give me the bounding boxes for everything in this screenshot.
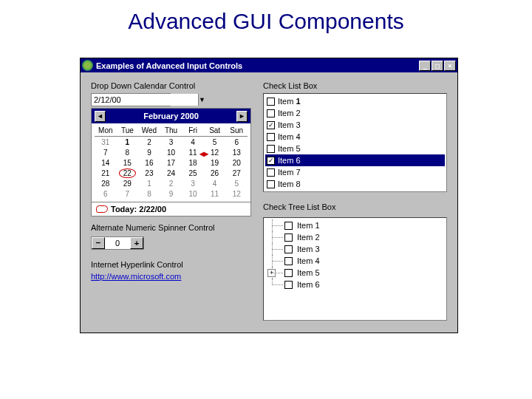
calendar-day[interactable]: 13 (225, 148, 248, 157)
calendar-day[interactable]: 24 (160, 168, 183, 178)
checkbox[interactable] (267, 109, 275, 117)
calendar-day[interactable]: 8 (138, 189, 160, 199)
calendar-day[interactable]: 10 (182, 189, 204, 199)
checkbox[interactable] (267, 145, 275, 153)
checklist-item[interactable]: Item 8 (265, 178, 445, 190)
calendar-day[interactable]: 16 (138, 158, 160, 168)
calendar-day[interactable]: 2 (138, 137, 160, 147)
calendar-date-input[interactable] (92, 94, 198, 106)
calendar-day[interactable]: 14 (95, 158, 117, 168)
calendar-day[interactable]: 3 (182, 179, 204, 188)
calendar-dow: Tue (117, 125, 139, 137)
checkbox[interactable]: ✓ (267, 157, 275, 165)
tree-item-label: Item 3 (297, 245, 320, 253)
application-window: Examples of Advanced Input Controls _ □ … (80, 58, 458, 333)
calendar-day[interactable]: 23 (138, 168, 160, 178)
tree-expand-button[interactable]: + (267, 269, 276, 277)
calendar-prev-button[interactable]: ◄ (95, 111, 106, 122)
calendar-day[interactable]: 5 (204, 137, 226, 147)
calendar-day[interactable]: 4 (182, 137, 204, 147)
minimize-button[interactable]: _ (419, 61, 431, 71)
calendar-day[interactable]: 17 (160, 158, 183, 168)
calendar-day[interactable]: 12 (225, 189, 248, 199)
check-tree-box[interactable]: Item 1Item 2Item 3Item 4+Item 5Item 6 (263, 217, 447, 321)
calendar-day[interactable]: 9 (160, 189, 183, 199)
calendar-day[interactable]: 11 (182, 148, 204, 157)
checkbox[interactable] (267, 168, 275, 177)
checkbox[interactable] (267, 180, 275, 188)
calendar-dow: Wed (138, 125, 160, 137)
checklist-item[interactable]: ✓Item 3 (265, 119, 445, 131)
checkbox[interactable] (284, 245, 293, 253)
checklist-label: Check List Box (263, 81, 447, 90)
calendar-day[interactable]: 27 (225, 168, 248, 178)
calendar-day[interactable]: 10 (160, 148, 183, 157)
calendar-day[interactable]: 7 (117, 189, 139, 199)
tree-connector-icon (265, 219, 284, 231)
calendar-day[interactable]: 26 (204, 168, 226, 178)
tree-connector-icon (265, 243, 284, 255)
calendar-day[interactable]: 28 (95, 179, 117, 188)
calendar-today-label[interactable]: Today: 2/22/00 (111, 205, 166, 214)
calendar-day[interactable]: 19 (204, 158, 226, 168)
calendar-day[interactable]: 20 (225, 158, 248, 168)
calendar-day[interactable]: 18 (182, 158, 204, 168)
maximize-button[interactable]: □ (432, 61, 443, 71)
calendar-day[interactable]: 11 (204, 189, 226, 199)
spinner-decrement-button[interactable]: − (92, 237, 105, 249)
calendar-day[interactable]: 1 (117, 137, 139, 147)
calendar-day[interactable]: 2 (160, 179, 183, 188)
checklist-item[interactable]: Item 4 (265, 131, 445, 143)
spinner-increment-button[interactable]: + (130, 237, 143, 249)
calendar-dow: Fri (182, 125, 204, 137)
chevron-down-icon[interactable]: ▼ (198, 94, 205, 106)
calendar-dow: Thu (160, 125, 183, 137)
tree-item[interactable]: Item 1 (265, 219, 445, 231)
checklist-item[interactable]: Item 7 (265, 166, 445, 178)
calendar-day[interactable]: 7 (95, 148, 117, 157)
calendar-day[interactable]: 15 (117, 158, 139, 168)
calendar-day[interactable]: 6 (95, 189, 117, 199)
checklist-item[interactable]: Item 2 (265, 107, 445, 119)
calendar-month-label: February 2000 (143, 112, 199, 120)
checklist-item[interactable]: Item 1 (265, 95, 445, 107)
tree-item[interactable]: Item 4 (265, 255, 445, 267)
calendar-combo[interactable]: ▼ (91, 93, 171, 106)
system-menu-icon[interactable] (82, 60, 93, 71)
calendar-day[interactable]: 12◂▸ (204, 148, 226, 157)
checkbox[interactable]: ✓ (267, 121, 275, 129)
calendar-day[interactable]: 25 (182, 168, 204, 178)
calendar-day[interactable]: 21 (95, 168, 117, 178)
checkbox[interactable] (267, 98, 275, 106)
calendar-day[interactable]: 1 (138, 179, 160, 188)
hyperlink[interactable]: http://www.microsoft.com (91, 272, 181, 281)
checklist-box[interactable]: Item 1Item 2✓Item 3Item 4Item 5✓Item 6It… (263, 93, 447, 192)
calendar-day[interactable]: 9 (138, 148, 160, 157)
checklist-item-label: Item 8 (278, 180, 301, 188)
close-button[interactable]: × (444, 61, 456, 71)
tree-item[interactable]: Item 2 (265, 231, 445, 243)
titlebar[interactable]: Examples of Advanced Input Controls _ □ … (81, 58, 457, 72)
tree-item[interactable]: +Item 5 (265, 267, 445, 279)
checkbox[interactable] (284, 233, 293, 242)
checkbox[interactable] (284, 281, 293, 289)
calendar-day[interactable]: 5 (225, 179, 248, 188)
calendar-day[interactable]: 3 (160, 137, 183, 147)
checkbox[interactable] (267, 133, 275, 141)
checkbox[interactable] (284, 222, 293, 230)
tree-item[interactable]: Item 3 (265, 243, 445, 255)
tree-item[interactable]: Item 6 (265, 279, 445, 290)
calendar-next-button[interactable]: ► (236, 111, 248, 122)
calendar-day[interactable]: 6 (225, 137, 248, 147)
hyperlink-label: Internet Hyperlink Control (91, 260, 250, 269)
checklist-item[interactable]: Item 5 (265, 143, 445, 154)
checkbox[interactable] (284, 269, 293, 277)
calendar-day[interactable]: 31 (95, 137, 117, 147)
calendar-day[interactable]: 4 (204, 179, 226, 188)
checklist-item[interactable]: ✓Item 6 (265, 154, 445, 166)
calendar-day[interactable]: 8 (117, 148, 139, 157)
calendar-day[interactable]: 29 (117, 179, 139, 188)
spinner-value-input[interactable] (105, 237, 130, 249)
calendar-day[interactable]: 22 (117, 168, 139, 178)
checkbox[interactable] (284, 257, 293, 265)
